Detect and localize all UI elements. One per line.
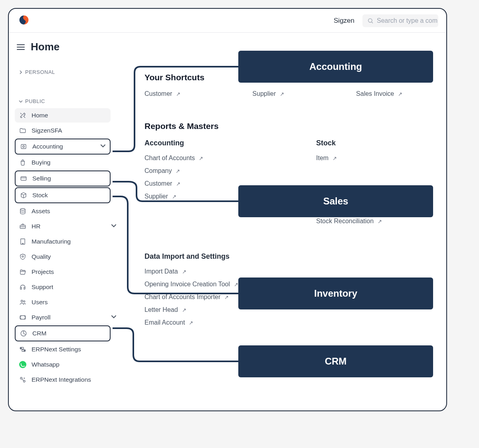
callout-inventory: Inventory	[238, 278, 433, 309]
app-window: Sigzen Search or type a com Home PERSONA…	[8, 8, 447, 411]
callout-sales: Sales	[238, 185, 433, 217]
callout-crm: CRM	[238, 345, 433, 377]
callout-accounting: Accounting	[238, 51, 433, 83]
